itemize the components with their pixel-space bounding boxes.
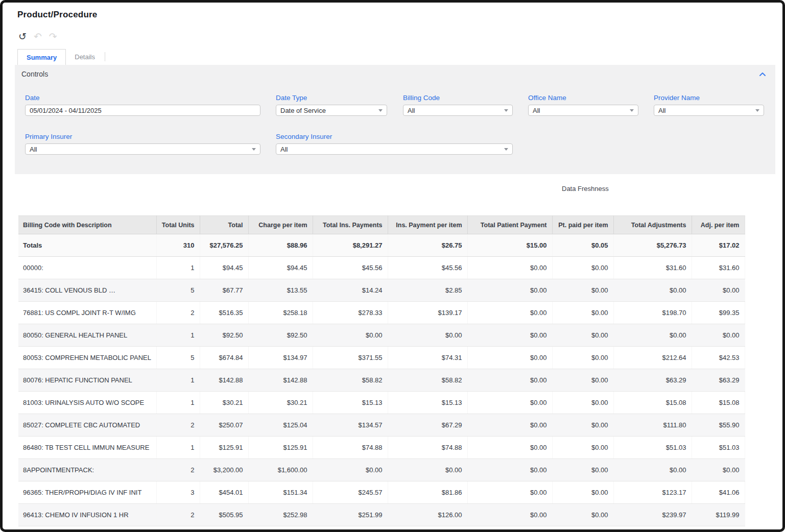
cell-value: 2	[156, 414, 200, 437]
cell-billing-code: 96365: THER/PROPH/DIAG IV INF INIT	[18, 481, 156, 504]
cell-value: $0.00	[388, 459, 467, 481]
cell-value: $123.17	[613, 481, 692, 504]
cell-value: $0.00	[552, 279, 613, 302]
cell-value: $0.00	[692, 279, 745, 302]
column-header-billing-code-with-description[interactable]: Billing Code with Description	[18, 216, 156, 234]
table-row: 80050: GENERAL HEALTH PANEL1$92.50$92.50…	[18, 324, 745, 347]
filter-field-primary-insurer: Primary Insurer All	[25, 133, 260, 155]
tab-summary[interactable]: Summary	[17, 49, 66, 65]
billing-code-value: All	[408, 107, 415, 114]
cell-value: 2	[156, 302, 200, 324]
cell-value: $0.00	[313, 459, 388, 481]
date-range-input[interactable]	[25, 105, 260, 116]
column-header-ins-payment-per-item[interactable]: Ins. Payment per item	[388, 216, 467, 234]
chevron-down-icon	[378, 109, 383, 112]
cell-value: $0.00	[552, 369, 613, 392]
cell-value: $0.00	[692, 324, 745, 347]
chevron-up-icon[interactable]	[758, 70, 767, 80]
tabbar: Summary Details	[17, 49, 782, 65]
refresh-icon[interactable]: ↺	[18, 32, 27, 41]
chevron-down-icon	[252, 148, 256, 151]
primary-insurer-select[interactable]: All	[25, 143, 260, 155]
column-header-charge-per-item[interactable]: Charge per item	[248, 216, 313, 234]
undo-icon[interactable]: ↶	[34, 32, 42, 41]
totals-value: $0.05	[552, 234, 613, 257]
provider-name-select[interactable]: All	[654, 105, 764, 116]
tab-details[interactable]: Details	[66, 49, 104, 65]
cell-value: 3	[156, 481, 200, 504]
cell-value: $0.00	[467, 369, 552, 392]
cell-value: $74.31	[388, 347, 467, 369]
cell-value: $212.64	[613, 347, 692, 369]
filter-field-secondary-insurer: Secondary Insurer All	[276, 133, 513, 155]
totals-value: $15.00	[467, 234, 552, 257]
totals-value: $26.75	[388, 234, 467, 257]
cell-value: $0.00	[692, 459, 745, 481]
table-row: 76881: US COMPL JOINT R-T W/IMG2$516.35$…	[18, 302, 745, 324]
cell-value: $239.97	[613, 504, 692, 526]
column-header-pt-paid-per-item[interactable]: Pt. paid per item	[552, 216, 613, 234]
cell-value: $45.56	[388, 257, 467, 279]
cell-billing-code: 85027: COMPLETE CBC AUTOMATED	[18, 414, 156, 437]
column-header-total-patient-payment[interactable]: Total Patient Payment	[467, 216, 552, 234]
column-header-total-units[interactable]: Total Units	[156, 216, 200, 234]
secondary-insurer-select[interactable]: All	[276, 143, 513, 155]
column-header-total[interactable]: Total	[200, 216, 248, 234]
summary-table: Billing Code with DescriptionTotal Units…	[18, 215, 745, 526]
cell-value: $63.29	[692, 369, 745, 392]
date-type-value: Date of Service	[280, 107, 326, 114]
date-type-label: Date Type	[276, 94, 387, 102]
tab-divider	[105, 52, 105, 61]
cell-value: $0.00	[467, 279, 552, 302]
cell-value: $0.00	[613, 459, 692, 481]
secondary-insurer-label: Secondary Insurer	[276, 133, 513, 140]
cell-value: $0.00	[467, 392, 552, 414]
cell-billing-code: 80050: GENERAL HEALTH PANEL	[18, 324, 156, 347]
page-title: Product/Procedure	[17, 10, 782, 21]
billing-code-label: Billing Code	[403, 94, 513, 102]
filter-field-billing-code: Billing Code All	[403, 94, 513, 116]
cell-value: $0.00	[552, 414, 613, 437]
table-body: Totals310$27,576.25$88.96$8,291.27$26.75…	[18, 234, 745, 526]
cell-value: $151.34	[248, 481, 313, 504]
date-type-select[interactable]: Date of Service	[276, 105, 387, 116]
cell-value: $0.00	[467, 347, 552, 369]
cell-value: $134.97	[248, 347, 313, 369]
cell-value: $126.00	[388, 504, 467, 526]
cell-value: 2	[156, 459, 200, 481]
cell-value: $1,600.00	[248, 459, 313, 481]
data-freshness-label: Data Freshness	[562, 185, 609, 192]
column-header-total-ins-payments[interactable]: Total Ins. Payments	[313, 216, 388, 234]
redo-icon[interactable]: ↷	[49, 32, 57, 41]
column-header-total-adjustments[interactable]: Total Adjustments	[613, 216, 692, 234]
cell-value: $125.91	[248, 437, 313, 459]
cell-value: 1	[156, 437, 200, 459]
cell-billing-code: 80053: COMPREHEN METABOLIC PANEL	[18, 347, 156, 369]
chevron-down-icon	[630, 109, 634, 112]
cell-value: $58.82	[388, 369, 467, 392]
column-header-adj-per-item[interactable]: Adj. per item	[692, 216, 745, 234]
cell-value: $134.57	[313, 414, 388, 437]
totals-row: Totals310$27,576.25$88.96$8,291.27$26.75…	[18, 234, 745, 257]
cell-value: $0.00	[467, 257, 552, 279]
provider-name-value: All	[658, 107, 665, 114]
primary-insurer-label: Primary Insurer	[25, 133, 260, 140]
cell-value: $42.53	[692, 347, 745, 369]
totals-value: $5,276.73	[613, 234, 692, 257]
billing-code-select[interactable]: All	[403, 105, 513, 116]
totals-value: $27,576.25	[200, 234, 248, 257]
office-name-value: All	[533, 107, 540, 114]
totals-value: $8,291.27	[313, 234, 388, 257]
cell-value: $0.00	[552, 481, 613, 504]
table-row: 36415: COLL VENOUS BLD …5$67.77$13.55$14…	[18, 279, 745, 302]
cell-value: $74.88	[313, 437, 388, 459]
cell-value: $92.50	[200, 324, 248, 347]
cell-value: 1	[156, 324, 200, 347]
cell-value: $99.35	[692, 302, 745, 324]
office-name-select[interactable]: All	[528, 105, 638, 116]
cell-value: $0.00	[388, 324, 467, 347]
date-label: Date	[25, 94, 260, 102]
cell-value: $15.13	[313, 392, 388, 414]
cell-value: $41.06	[692, 481, 745, 504]
cell-value: $58.82	[313, 369, 388, 392]
